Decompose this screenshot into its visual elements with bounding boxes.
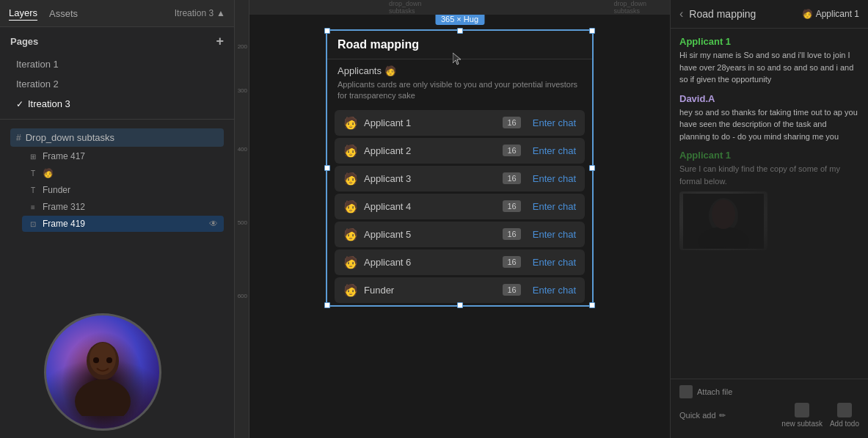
message-text-1: Hi sir my name is So and so and i'll lov… (679, 49, 859, 86)
new-subtask-button[interactable]: new subtask (781, 403, 823, 428)
tab-layers[interactable]: Layers (9, 6, 37, 21)
grid-icon: ⊞ (28, 153, 38, 161)
page-label: Iteration 1 (16, 59, 59, 70)
enter-chat-button-1[interactable]: Enter chat (533, 117, 576, 128)
grid-icon: # (16, 133, 21, 143)
add-page-button[interactable]: + (216, 34, 224, 48)
enter-chat-button-funder[interactable]: Enter chat (533, 285, 576, 296)
top-ruler: drop_down subtasks drop_down subtasks (249, 0, 670, 15)
svg-point-4 (106, 357, 112, 363)
quick-add-label: Quick add ✏ (679, 411, 726, 420)
handle-ml[interactable] (324, 165, 330, 171)
applicant-name: Applicant 5 (364, 229, 497, 240)
layer-label: 🧑 (43, 168, 54, 178)
avatar (44, 313, 161, 431)
cursor (453, 53, 462, 66)
chat-message-1: Applicant 1 Hi sir my name is So and so … (679, 36, 859, 86)
page-item-iteration3[interactable]: ✓ Itreation 3 (10, 95, 224, 113)
ruler-mark: 400 (238, 147, 249, 153)
layer-frame417[interactable]: ⊞ Frame 417 (22, 148, 224, 164)
ruler-mark: 500 (238, 220, 249, 226)
svg-point-1 (75, 379, 131, 416)
list-icon: ≡ (28, 203, 38, 211)
enter-chat-button-6[interactable]: Enter chat (533, 257, 576, 268)
layer-group-dropdown[interactable]: # Drop_down subtasks (10, 128, 224, 147)
text-icon: T (28, 186, 38, 194)
handle-tr[interactable] (589, 28, 595, 34)
subtask-label: new subtask (781, 420, 823, 428)
applicant-icon: 🧑 (343, 116, 358, 130)
count-badge: 16 (503, 256, 520, 268)
right-user-label: 🧑 Applicant 1 (802, 9, 859, 19)
chat-messages: Applicant 1 Hi sir my name is So and so … (671, 29, 868, 379)
handle-br[interactable] (589, 302, 595, 308)
bottom-area (0, 236, 234, 438)
layer-funder[interactable]: T Funder (22, 182, 224, 198)
layer-sub-list: ⊞ Frame 417 T 🧑 T Funder ≡ Frame 312 ⊡ F… (10, 147, 224, 233)
handle-mr[interactable] (589, 165, 595, 171)
enter-chat-button-2[interactable]: Enter chat (533, 145, 576, 156)
back-button[interactable]: ‹ (679, 7, 683, 21)
left-panel: Layers Assets Itreation 3 ▲ Pages + Iter… (0, 0, 235, 438)
attach-label: Attach file (697, 387, 732, 396)
applicant-row-5: 🧑 Applicant 5 16 Enter chat (335, 222, 585, 247)
layer-label: Frame 419 (43, 219, 85, 229)
add-todo-button[interactable]: Add todo (830, 403, 859, 428)
layer-emoji[interactable]: T 🧑 (22, 165, 224, 181)
layer-frame312[interactable]: ≡ Frame 312 (22, 199, 224, 215)
count-badge: 16 (503, 284, 520, 296)
applicant-name: Applicant 6 (364, 257, 497, 268)
right-panel: ‹ Road mapping 🧑 Applicant 1 Applicant 1… (670, 0, 868, 438)
applicant-icon: 🧑 (343, 172, 358, 186)
sender-name-1: Applicant 1 (679, 36, 859, 47)
chat-footer: Attach file Quick add ✏ new subtask Add … (671, 379, 868, 438)
applicant-name: Applicant 3 (364, 173, 497, 184)
count-badge: 16 (503, 172, 520, 184)
subtask-icon (795, 403, 809, 417)
message-text-3: Sure I can kindly find the copy of some … (679, 163, 859, 187)
frame-title: Road mapping (338, 38, 419, 51)
panel-tabs: Layers Assets Itreation 3 ▲ (0, 0, 234, 27)
eye-icon[interactable]: 👁 (209, 219, 218, 229)
applicant-name: Applicant 1 (364, 117, 497, 128)
enter-chat-button-4[interactable]: Enter chat (533, 201, 576, 212)
svg-point-2 (90, 343, 116, 375)
layer-label: Funder (43, 185, 70, 195)
page-list: Iteration 1 Iteration 2 ✓ Itreation 3 (0, 55, 234, 113)
applicant-row-6: 🧑 Applicant 6 16 Enter chat (335, 249, 585, 275)
handle-bl[interactable] (324, 302, 330, 308)
pages-label: Pages (10, 36, 38, 47)
layer-section: # Drop_down subtasks ⊞ Frame 417 T 🧑 T F… (0, 125, 234, 236)
selection-size-label: 365 × Hug (435, 15, 484, 25)
page-label: Itreation 3 (28, 98, 70, 109)
page-item-iteration2[interactable]: Iteration 2 (10, 75, 224, 93)
todo-label: Add todo (830, 420, 859, 428)
applicant-icon: 🧑 (384, 65, 396, 76)
handle-tm[interactable] (457, 28, 463, 34)
layer-frame419[interactable]: ⊡ Frame 419 👁 (22, 216, 224, 232)
pencil-icon: ✏ (719, 411, 726, 420)
handle-bm[interactable] (457, 302, 463, 308)
attach-icon (679, 385, 693, 398)
applicants-text: Applicants (338, 65, 382, 76)
applicant-icon: 🧑 (343, 200, 358, 213)
quick-add-buttons: new subtask Add todo (781, 403, 859, 428)
applicant-row-4: 🧑 Applicant 4 16 Enter chat (335, 194, 585, 219)
quick-add-row: Quick add ✏ new subtask Add todo (679, 403, 859, 428)
count-badge: 16 (503, 145, 520, 156)
handle-tl[interactable] (324, 28, 330, 34)
count-badge: 16 (503, 117, 520, 128)
enter-chat-button-3[interactable]: Enter chat (533, 173, 576, 184)
enter-chat-button-5[interactable]: Enter chat (533, 229, 576, 240)
applicant-name: Applicant 4 (364, 201, 497, 212)
applicant-icon: 🧑 (343, 255, 358, 269)
applicant-name: Applicant 2 (364, 145, 497, 156)
count-badge: 16 (503, 228, 520, 240)
applicant-icon: 🧑 (343, 227, 358, 241)
applicant-row-funder: 🧑 Funder 16 Enter chat (335, 277, 585, 303)
canvas-area: drop_down subtasks drop_down subtasks 36… (249, 0, 670, 438)
sender-name-3: Applicant 1 (679, 150, 859, 161)
tab-assets[interactable]: Assets (49, 7, 78, 21)
page-item-iteration1[interactable]: Iteration 1 (10, 55, 224, 73)
chat-message-3: Applicant 1 Sure I can kindly find the c… (679, 150, 859, 250)
